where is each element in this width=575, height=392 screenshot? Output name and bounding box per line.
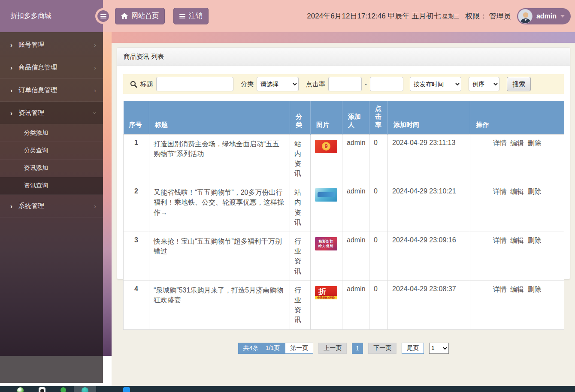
title-search-label: 标题 [140, 80, 153, 88]
news-thumbnail [315, 188, 337, 202]
thumb-text: 全场最低3折起! [315, 296, 337, 299]
user-menu[interactable]: admin [517, 8, 571, 24]
row-actions: 详情 编辑 删除 [470, 232, 564, 281]
sidebar-subitem-label: 分类添加 [24, 129, 48, 137]
pagination-summary: 共4条 1/1页 [238, 343, 285, 354]
chevron-right-icon: › [10, 41, 12, 48]
panel-title: 商品资讯 列表 [124, 53, 164, 61]
sidebar-item-label: 系统管理 [18, 202, 44, 210]
row-title: 快来抢！宝山“五五购物节”超多福利千万别错过 [149, 232, 290, 281]
col-actions: 操作 [470, 101, 564, 134]
sort-order-select[interactable]: 倒序 [469, 77, 499, 91]
col-clicks: 点击率 [369, 101, 388, 134]
row-no: 4 [124, 280, 149, 329]
detail-link[interactable]: 详情 [493, 286, 507, 293]
delete-link[interactable]: 删除 [527, 286, 541, 293]
row-image-cell: 9 [311, 134, 342, 183]
edit-link[interactable]: 编辑 [510, 286, 524, 293]
brand-title: 折扣多多商城 [10, 12, 51, 21]
clicks-min-input[interactable] [328, 77, 362, 91]
delete-link[interactable]: 删除 [527, 188, 541, 195]
sidebar-subitem-category-query[interactable]: 分类查询 [0, 142, 103, 160]
sidebar-item-system[interactable]: › 系统管理 › [0, 195, 103, 217]
sidebar: › 账号管理 › › 商品信息管理 › › 订单信息管理 › › 资讯管理 › … [0, 32, 103, 383]
row-time: 2024-04-29 23:08:37 [388, 280, 470, 329]
taskbar-app-icon[interactable] [61, 387, 66, 392]
hamburger-icon [100, 13, 106, 19]
edit-link[interactable]: 编辑 [510, 139, 524, 147]
weekday-text: 星期三 [442, 12, 459, 20]
taskbar-app-icon[interactable] [17, 387, 24, 392]
row-author: admin [342, 183, 369, 232]
col-image: 图片 [311, 101, 342, 134]
home-button[interactable]: 网站首页 [115, 8, 165, 24]
sidebar-toggle-button[interactable] [97, 10, 109, 22]
last-page-button[interactable]: 尾页 [402, 343, 424, 354]
news-table: 序号 标题 分类 图片 添加人 点击率 添加时间 操作 1 打造国别消费主会场，… [123, 101, 564, 330]
datetime-text: 2024年6月12日17:12:46 甲辰年 五月初七 [307, 11, 441, 21]
sort-field-select[interactable]: 按发布时间 [410, 77, 461, 91]
row-time: 2024-04-29 23:09:16 [388, 232, 470, 281]
row-author: admin [342, 134, 369, 183]
detail-link[interactable]: 详情 [493, 139, 507, 147]
chevron-down-icon: › [91, 112, 99, 114]
sidebar-item-news[interactable]: › 资讯管理 › [0, 102, 103, 124]
title-search-input[interactable] [156, 77, 233, 91]
row-no: 1 [124, 134, 149, 183]
chevron-right-icon: › [94, 41, 96, 48]
search-button[interactable]: 搜索 [507, 77, 531, 91]
detail-link[interactable]: 详情 [493, 188, 507, 195]
current-page-button[interactable]: 1 [352, 343, 363, 354]
col-title: 标题 [149, 101, 290, 134]
range-separator: - [365, 81, 367, 88]
category-select[interactable]: 请选择 [257, 77, 299, 91]
detail-link[interactable]: 详情 [493, 237, 507, 244]
delete-link[interactable]: 删除 [527, 237, 541, 244]
row-category: 站内资讯 [290, 134, 311, 183]
panel-header: 商品资讯 列表 [117, 48, 570, 66]
sidebar-item-products[interactable]: › 商品信息管理 › [0, 56, 103, 79]
sidebar-item-accounts[interactable]: › 账号管理 › [0, 33, 103, 56]
delete-link[interactable]: 删除 [527, 139, 541, 147]
row-author: admin [342, 280, 369, 329]
col-author: 添加人 [342, 101, 369, 134]
thumb-number: 9 [322, 142, 330, 151]
col-category: 分类 [290, 101, 311, 134]
row-image-cell: 折 全场最低3折起! [311, 280, 342, 329]
sidebar-brand: 折扣多多商城 [0, 0, 103, 32]
background-gradient-band [112, 32, 575, 43]
list-icon [179, 13, 185, 19]
chevron-right-icon: › [10, 64, 12, 71]
taskbar-app-icon[interactable] [39, 387, 45, 392]
edit-link[interactable]: 编辑 [510, 237, 524, 244]
sidebar-item-orders[interactable]: › 订单信息管理 › [0, 79, 103, 102]
row-clicks: 0 [369, 232, 388, 281]
first-page-button[interactable]: 第一页 [285, 343, 313, 354]
edit-link[interactable]: 编辑 [510, 188, 524, 195]
row-title: “泉城购”531乐购月来了，打造5月济南购物狂欢盛宴 [149, 280, 290, 329]
logout-button[interactable]: 注销 [173, 8, 209, 24]
row-no: 3 [124, 232, 149, 281]
row-actions: 详情 编辑 删除 [470, 280, 564, 329]
table-row: 3 快来抢！宝山“五五购物节”超多福利千万别错过 行业资讯 精彩折扣 给力促销 … [124, 232, 564, 281]
taskbar-app-icon[interactable] [82, 387, 88, 392]
clicks-max-input[interactable] [370, 77, 403, 91]
sidebar-item-label: 账号管理 [18, 41, 44, 49]
clicks-label: 点击率 [306, 80, 325, 88]
avatar-photo [518, 9, 533, 24]
prev-page-button[interactable]: 上一页 [318, 343, 347, 354]
chevron-right-icon: › [10, 202, 12, 210]
chevron-right-icon: › [10, 87, 12, 94]
taskbar-app-icon[interactable] [123, 387, 130, 392]
next-page-button[interactable]: 下一页 [368, 343, 396, 354]
sidebar-subitem-category-add[interactable]: 分类添加 [0, 124, 103, 142]
row-time: 2024-04-29 23:10:21 [388, 183, 470, 232]
page-number-select[interactable]: 1 [429, 343, 449, 354]
thumb-text: 折 [318, 286, 326, 297]
row-image-cell: 精彩折扣 给力促销 [311, 232, 342, 281]
sidebar-item-label: 订单信息管理 [18, 86, 57, 94]
chevron-right-icon: › [94, 202, 96, 210]
sidebar-subitem-news-add[interactable]: 资讯添加 [0, 160, 103, 177]
sidebar-subitem-news-query[interactable]: 资讯查询 [0, 177, 103, 195]
thumb-text: 精彩折扣 [315, 239, 337, 244]
